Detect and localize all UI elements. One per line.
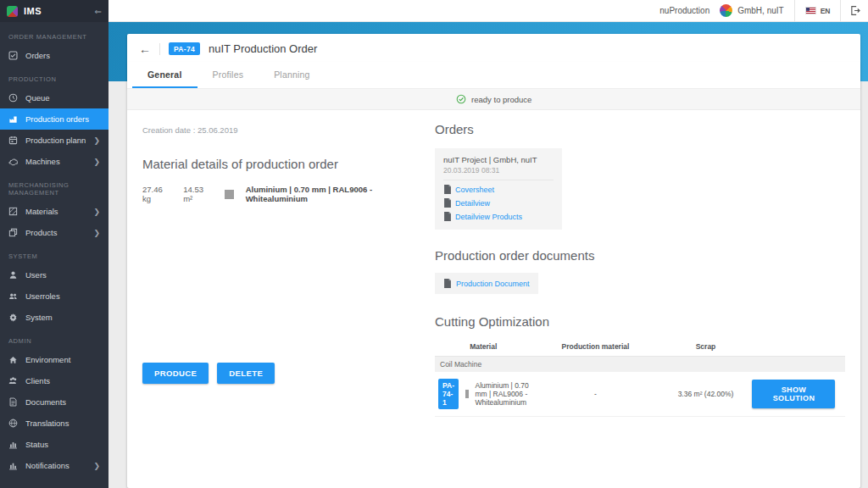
- sidebar-item-status[interactable]: Status: [0, 434, 108, 455]
- logout-button[interactable]: [841, 5, 868, 16]
- show-solution-button[interactable]: SHOW SOLUTION: [752, 380, 835, 408]
- production-material-value: -: [531, 390, 659, 398]
- sidebar-item-documents[interactable]: Documents: [0, 391, 108, 413]
- cutting-row-material-cell: PA-74-1 Aluminium | 0.70 mm | RAL9006 - …: [435, 379, 531, 409]
- cutting-optimization-heading: Cutting Optimization: [435, 314, 845, 329]
- tab-profiles[interactable]: Profiles: [198, 62, 259, 88]
- factory-icon: [8, 114, 18, 124]
- sidebar-item-label: Userroles: [25, 291, 100, 301]
- bar-chart-icon: [8, 440, 18, 449]
- top-header: nuProduction GmbH, nuIT EN: [108, 0, 868, 22]
- right-column: Orders nuIT Project | GmbH, nuIT 20.03.2…: [435, 122, 845, 488]
- bar-chart-icon: [8, 461, 18, 470]
- orders-icon: [8, 51, 18, 60]
- produce-button[interactable]: PRODUCE: [142, 363, 209, 384]
- account-name[interactable]: GmbH, nuIT: [737, 6, 783, 15]
- users-group-icon: [8, 291, 18, 301]
- sidebar-item-queue[interactable]: Queue: [0, 87, 108, 108]
- app-window: IMS ⇐ ORDER MANAGEMENT Orders PRODUCTION…: [0, 0, 868, 488]
- cutting-table: Material Production material Scrap Coil …: [435, 339, 845, 417]
- production-order-card: ← PA-74 nuIT Production Order General Pr…: [127, 34, 860, 488]
- detailview-link[interactable]: Detailview: [443, 198, 554, 208]
- avatar[interactable]: [720, 4, 732, 17]
- cut-order-badge: PA-74-1: [438, 379, 459, 409]
- chevron-right-icon: ❯: [93, 136, 100, 145]
- production-document-chip[interactable]: Production Document: [435, 273, 538, 294]
- orders-heading: Orders: [435, 122, 845, 136]
- coversheet-link[interactable]: Coversheet: [443, 185, 554, 194]
- cutting-row-action-cell: SHOW SOLUTION: [752, 380, 845, 408]
- hatched-square-icon: [8, 207, 18, 216]
- sidebar-item-label: Environment: [25, 355, 100, 364]
- tab-bar: General Profiles Planning: [127, 62, 860, 89]
- sidebar-item-userroles[interactable]: Userroles: [0, 286, 108, 307]
- delete-button[interactable]: DELETE: [217, 363, 275, 384]
- language-switcher[interactable]: EN: [795, 7, 841, 15]
- divider: [159, 43, 160, 55]
- sidebar-item-materials[interactable]: Materials ❯: [0, 201, 108, 222]
- sidebar-collapse-icon[interactable]: ⇐: [95, 7, 102, 16]
- sidebar-item-label: Orders: [25, 51, 100, 60]
- sidebar-item-users[interactable]: Users: [0, 264, 108, 286]
- material-color-swatch: [225, 190, 233, 199]
- sidebar-item-translations[interactable]: Translations: [0, 413, 108, 434]
- detailview-products-link[interactable]: Detailview Products: [443, 212, 554, 221]
- gear-icon: [8, 313, 18, 322]
- check-circle-icon: [456, 94, 466, 104]
- cutting-table-header: Material Production material Scrap: [435, 339, 845, 356]
- pdf-file-icon: [443, 212, 452, 221]
- card-body: Creation date : 25.06.2019 Material deta…: [127, 110, 860, 488]
- sidebar-item-label: Clients: [25, 376, 100, 385]
- production-document-link[interactable]: Production Document: [456, 280, 530, 288]
- cut-material-name: Aluminium | 0.70 mm | RAL9006 - Whitealu…: [476, 381, 532, 407]
- sidebar-item-products[interactable]: Products ❯: [0, 222, 108, 243]
- document-icon: [8, 397, 18, 407]
- chevron-right-icon: ❯: [93, 229, 100, 237]
- sidebar-header: IMS ⇐: [0, 0, 108, 22]
- tab-planning[interactable]: Planning: [259, 62, 325, 88]
- section-production: PRODUCTION: [0, 66, 108, 87]
- sidebar-nav: ORDER MANAGEMENT Orders PRODUCTION Queue…: [0, 22, 108, 488]
- sidebar-item-notifications[interactable]: Notifications ❯: [0, 455, 108, 476]
- coversheet-link-label[interactable]: Coversheet: [455, 186, 494, 194]
- material-details-heading: Material details of production order: [142, 157, 425, 171]
- col-material: Material: [435, 342, 531, 351]
- left-column: Creation date : 25.06.2019 Material deta…: [142, 122, 435, 488]
- sidebar-item-environment[interactable]: Environment: [0, 349, 108, 370]
- sidebar-item-label: Notifications: [25, 461, 86, 470]
- sidebar-item-label: Production planning: [25, 136, 86, 145]
- sidebar-item-orders[interactable]: Orders: [0, 45, 108, 66]
- logout-icon: [849, 5, 860, 16]
- sidebar-item-clients[interactable]: Clients: [0, 370, 108, 391]
- home-icon: [8, 355, 18, 364]
- creation-date: Creation date : 25.06.2019: [142, 125, 425, 135]
- cutting-row: PA-74-1 Aluminium | 0.70 mm | RAL9006 - …: [435, 372, 845, 417]
- status-bar: ready to produce: [127, 89, 860, 110]
- sidebar-item-system[interactable]: System: [0, 307, 108, 328]
- pdf-file-icon: [443, 185, 452, 194]
- sidebar-item-label: Translations: [25, 419, 100, 428]
- pdf-file-icon: [443, 198, 452, 208]
- sidebar-item-label: Status: [25, 440, 100, 449]
- material-summary-row: 27.46 kg 14.53 m² Aluminium | 0.70 mm | …: [142, 185, 425, 203]
- section-merchandising: MERCHANDISING MANAGEMENT: [0, 172, 108, 201]
- sidebar-item-label: Queue: [25, 93, 100, 103]
- card-header: ← PA-74 nuIT Production Order: [127, 34, 860, 62]
- sidebar-item-production-planning[interactable]: Production planning ❯: [0, 130, 108, 151]
- calendar-icon: [8, 136, 18, 145]
- detailview-products-link-label[interactable]: Detailview Products: [455, 213, 522, 221]
- material-color-swatch: [465, 390, 469, 398]
- order-date: 20.03.2019 08:31: [443, 166, 554, 180]
- page-title: nuIT Production Order: [209, 42, 317, 55]
- status-text: ready to produce: [471, 95, 531, 104]
- tab-general[interactable]: General: [132, 62, 198, 88]
- app-logo-icon: [7, 6, 18, 17]
- layers-icon: [8, 228, 18, 237]
- material-weight: 27.46 kg: [142, 185, 171, 203]
- sidebar-item-production-orders[interactable]: Production orders: [0, 108, 108, 130]
- col-action: [752, 342, 845, 351]
- detailview-link-label[interactable]: Detailview: [455, 199, 490, 208]
- back-button[interactable]: ←: [139, 43, 151, 55]
- sidebar-item-machines[interactable]: Machines ❯: [0, 151, 108, 172]
- us-flag-icon: [805, 7, 816, 14]
